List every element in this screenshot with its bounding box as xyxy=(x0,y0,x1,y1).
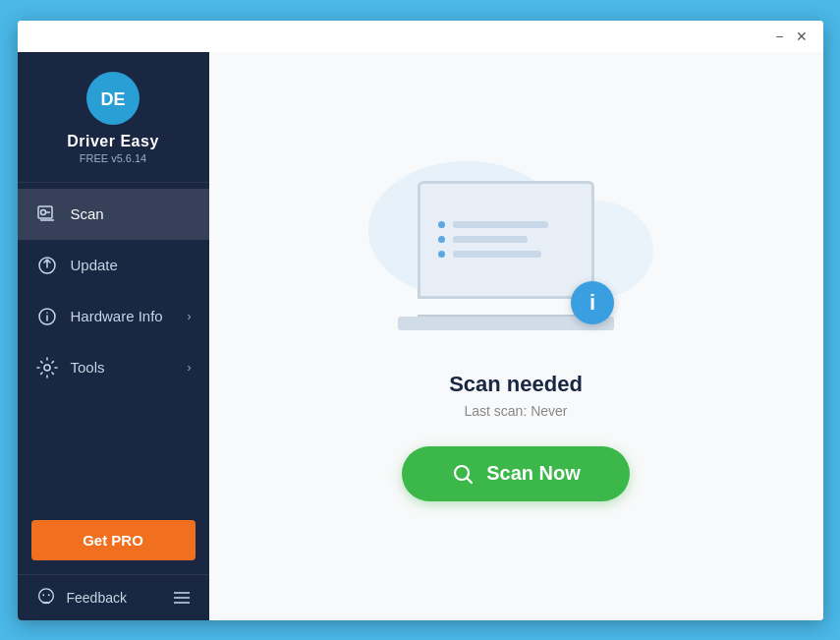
scan-now-icon xyxy=(451,462,475,486)
feedback-icon xyxy=(35,587,57,609)
scan-bar-1 xyxy=(453,221,548,228)
main-content: DE Driver Easy FREE v5.6.14 Scan xyxy=(18,52,823,620)
sidebar-item-tools[interactable]: Tools › xyxy=(18,342,209,393)
scan-bar-2 xyxy=(453,236,528,243)
sidebar: DE Driver Easy FREE v5.6.14 Scan xyxy=(18,52,209,620)
hardware-info-arrow: › xyxy=(188,310,192,323)
sidebar-item-hardware-info[interactable]: Hardware Info › xyxy=(18,291,209,342)
svg-text:DE: DE xyxy=(100,89,125,109)
main-panel: i Scan needed Last scan: Never Scan Now xyxy=(209,52,823,620)
logo-area: DE Driver Easy FREE v5.6.14 xyxy=(18,52,209,183)
hardware-info-label: Hardware Info xyxy=(71,308,188,324)
svg-line-16 xyxy=(468,478,473,483)
laptop-screen xyxy=(418,181,594,299)
minimize-button[interactable]: − xyxy=(769,27,789,46)
sidebar-bottom: Feedback xyxy=(18,574,209,620)
update-label: Update xyxy=(71,257,192,273)
scan-subtitle: Last scan: Never xyxy=(464,403,567,419)
app-version: FREE v5.6.14 xyxy=(80,152,146,164)
scan-now-label: Scan Now xyxy=(486,462,581,485)
close-button[interactable]: ✕ xyxy=(790,27,813,46)
svg-point-8 xyxy=(44,365,50,371)
scan-dot-1 xyxy=(438,221,445,228)
app-logo-icon: DE xyxy=(86,72,140,125)
update-icon xyxy=(35,254,59,277)
svg-point-9 xyxy=(38,588,53,603)
sidebar-item-update[interactable]: Update xyxy=(18,240,209,291)
scan-dot-3 xyxy=(438,251,445,258)
svg-point-11 xyxy=(47,594,49,596)
scan-dot-2 xyxy=(438,236,445,243)
scan-bar-3 xyxy=(453,251,541,258)
feedback-label: Feedback xyxy=(67,590,172,606)
title-bar: − ✕ xyxy=(18,21,823,52)
info-badge: i xyxy=(571,281,614,324)
scan-line-1 xyxy=(438,221,574,228)
app-name: Driver Easy xyxy=(67,133,159,150)
scan-icon xyxy=(35,203,59,226)
scan-line-2 xyxy=(438,236,574,243)
app-window: − ✕ DE Driver Easy FREE v5.6.14 xyxy=(18,21,823,620)
tools-icon xyxy=(35,356,59,379)
sidebar-item-scan[interactable]: Scan xyxy=(18,189,209,240)
svg-point-3 xyxy=(40,209,45,214)
menu-icon[interactable] xyxy=(172,588,192,608)
scan-illustration: i xyxy=(388,171,644,348)
scan-title: Scan needed xyxy=(449,372,583,397)
nav-items: Scan Update Hardware Info xyxy=(18,183,209,510)
scan-label: Scan xyxy=(71,205,192,222)
svg-point-10 xyxy=(42,594,44,596)
tools-label: Tools xyxy=(71,359,188,376)
scan-now-button[interactable]: Scan Now xyxy=(402,446,630,501)
get-pro-button[interactable]: Get PRO xyxy=(31,520,196,560)
hardware-info-icon xyxy=(35,305,59,328)
scan-line-3 xyxy=(438,251,574,258)
tools-arrow: › xyxy=(188,361,192,375)
